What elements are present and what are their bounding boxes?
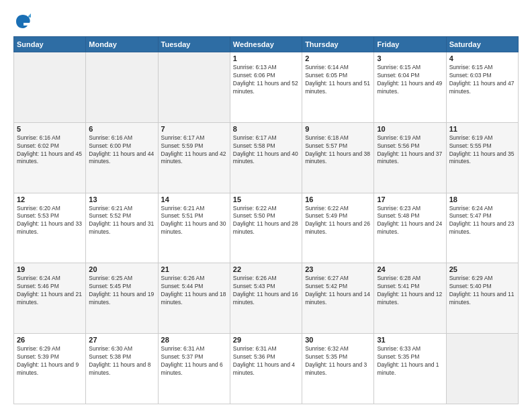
day-number: 5	[17, 125, 83, 133]
calendar-cell: 22Sunrise: 6:26 AM Sunset: 5:43 PM Dayli…	[230, 263, 302, 334]
calendar-header-row: SundayMondayTuesdayWednesdayThursdayFrid…	[14, 37, 519, 52]
calendar-cell: 31Sunrise: 6:33 AM Sunset: 5:35 PM Dayli…	[374, 334, 446, 404]
calendar-header-wednesday: Wednesday	[230, 37, 302, 52]
day-number: 25	[449, 265, 515, 273]
day-number: 21	[161, 265, 227, 273]
day-number: 29	[233, 336, 299, 344]
day-number: 22	[233, 265, 299, 273]
day-info: Sunrise: 6:26 AM Sunset: 5:44 PM Dayligh…	[161, 275, 227, 307]
calendar-cell: 4Sunrise: 6:15 AM Sunset: 6:03 PM Daylig…	[446, 52, 518, 123]
day-info: Sunrise: 6:22 AM Sunset: 5:49 PM Dayligh…	[305, 205, 371, 237]
calendar-cell	[14, 52, 86, 123]
calendar-header-thursday: Thursday	[302, 37, 374, 52]
day-info: Sunrise: 6:16 AM Sunset: 6:02 PM Dayligh…	[17, 134, 83, 167]
calendar-cell: 2Sunrise: 6:14 AM Sunset: 6:05 PM Daylig…	[302, 52, 374, 123]
calendar-week-4: 19Sunrise: 6:24 AM Sunset: 5:46 PM Dayli…	[14, 263, 519, 334]
day-info: Sunrise: 6:28 AM Sunset: 5:41 PM Dayligh…	[377, 275, 443, 307]
calendar-cell	[446, 334, 518, 404]
calendar-cell: 15Sunrise: 6:22 AM Sunset: 5:50 PM Dayli…	[230, 193, 302, 263]
day-info: Sunrise: 6:15 AM Sunset: 6:03 PM Dayligh…	[449, 64, 515, 96]
day-info: Sunrise: 6:29 AM Sunset: 5:39 PM Dayligh…	[17, 345, 83, 377]
day-number: 20	[89, 265, 154, 273]
calendar-cell: 29Sunrise: 6:31 AM Sunset: 5:36 PM Dayli…	[230, 334, 302, 404]
calendar-table: SundayMondayTuesdayWednesdayThursdayFrid…	[13, 36, 519, 404]
day-info: Sunrise: 6:27 AM Sunset: 5:42 PM Dayligh…	[305, 275, 371, 307]
calendar-cell: 20Sunrise: 6:25 AM Sunset: 5:45 PM Dayli…	[86, 263, 158, 334]
day-info: Sunrise: 6:26 AM Sunset: 5:43 PM Dayligh…	[233, 275, 299, 307]
calendar-cell	[158, 52, 230, 123]
calendar-header-sunday: Sunday	[14, 37, 86, 52]
calendar-week-5: 26Sunrise: 6:29 AM Sunset: 5:39 PM Dayli…	[14, 334, 519, 404]
day-info: Sunrise: 6:31 AM Sunset: 5:36 PM Dayligh…	[233, 345, 299, 377]
calendar-cell: 14Sunrise: 6:21 AM Sunset: 5:51 PM Dayli…	[158, 193, 230, 263]
day-info: Sunrise: 6:17 AM Sunset: 5:59 PM Dayligh…	[161, 134, 227, 167]
day-number: 16	[305, 195, 371, 203]
calendar-cell: 23Sunrise: 6:27 AM Sunset: 5:42 PM Dayli…	[302, 263, 374, 334]
calendar-cell: 25Sunrise: 6:29 AM Sunset: 5:40 PM Dayli…	[446, 263, 518, 334]
calendar-week-3: 12Sunrise: 6:20 AM Sunset: 5:53 PM Dayli…	[14, 193, 519, 263]
day-number: 12	[17, 195, 83, 203]
day-info: Sunrise: 6:31 AM Sunset: 5:37 PM Dayligh…	[161, 345, 227, 377]
day-info: Sunrise: 6:21 AM Sunset: 5:51 PM Dayligh…	[161, 205, 227, 237]
calendar-cell: 30Sunrise: 6:32 AM Sunset: 5:35 PM Dayli…	[302, 334, 374, 404]
day-number: 26	[17, 336, 83, 344]
calendar-header-monday: Monday	[86, 37, 158, 52]
calendar-cell: 24Sunrise: 6:28 AM Sunset: 5:41 PM Dayli…	[374, 263, 446, 334]
calendar-cell: 19Sunrise: 6:24 AM Sunset: 5:46 PM Dayli…	[14, 263, 86, 334]
day-number: 31	[377, 336, 443, 344]
calendar-header-saturday: Saturday	[446, 37, 518, 52]
calendar-cell: 5Sunrise: 6:16 AM Sunset: 6:02 PM Daylig…	[14, 122, 86, 193]
day-number: 24	[377, 265, 443, 273]
day-info: Sunrise: 6:21 AM Sunset: 5:52 PM Dayligh…	[89, 205, 154, 237]
logo-icon	[13, 12, 32, 31]
calendar-cell: 27Sunrise: 6:30 AM Sunset: 5:38 PM Dayli…	[86, 334, 158, 404]
day-number: 1	[233, 54, 299, 62]
day-number: 27	[89, 336, 154, 344]
day-info: Sunrise: 6:19 AM Sunset: 5:56 PM Dayligh…	[377, 134, 443, 167]
day-info: Sunrise: 6:29 AM Sunset: 5:40 PM Dayligh…	[449, 275, 515, 307]
page: SundayMondayTuesdayWednesdayThursdayFrid…	[0, 0, 532, 411]
day-number: 18	[449, 195, 515, 203]
calendar-cell: 6Sunrise: 6:16 AM Sunset: 6:00 PM Daylig…	[86, 122, 158, 193]
day-number: 11	[449, 125, 515, 133]
day-info: Sunrise: 6:20 AM Sunset: 5:53 PM Dayligh…	[17, 205, 83, 237]
day-number: 6	[89, 125, 154, 133]
day-info: Sunrise: 6:24 AM Sunset: 5:47 PM Dayligh…	[449, 205, 515, 237]
calendar-cell: 3Sunrise: 6:15 AM Sunset: 6:04 PM Daylig…	[374, 52, 446, 123]
calendar-week-1: 1Sunrise: 6:13 AM Sunset: 6:06 PM Daylig…	[14, 52, 519, 123]
day-number: 14	[161, 195, 227, 203]
day-info: Sunrise: 6:33 AM Sunset: 5:35 PM Dayligh…	[377, 345, 443, 377]
calendar-header-friday: Friday	[374, 37, 446, 52]
day-number: 17	[377, 195, 443, 203]
calendar-cell: 26Sunrise: 6:29 AM Sunset: 5:39 PM Dayli…	[14, 334, 86, 404]
day-info: Sunrise: 6:32 AM Sunset: 5:35 PM Dayligh…	[305, 345, 371, 377]
calendar-cell: 11Sunrise: 6:19 AM Sunset: 5:55 PM Dayli…	[446, 122, 518, 193]
day-info: Sunrise: 6:13 AM Sunset: 6:06 PM Dayligh…	[233, 64, 299, 96]
day-info: Sunrise: 6:16 AM Sunset: 6:00 PM Dayligh…	[89, 134, 154, 167]
day-number: 3	[377, 54, 443, 62]
logo	[13, 12, 35, 31]
calendar-week-2: 5Sunrise: 6:16 AM Sunset: 6:02 PM Daylig…	[14, 122, 519, 193]
calendar-cell: 16Sunrise: 6:22 AM Sunset: 5:49 PM Dayli…	[302, 193, 374, 263]
day-number: 2	[305, 54, 371, 62]
calendar-cell: 17Sunrise: 6:23 AM Sunset: 5:48 PM Dayli…	[374, 193, 446, 263]
day-number: 4	[449, 54, 515, 62]
calendar-cell: 21Sunrise: 6:26 AM Sunset: 5:44 PM Dayli…	[158, 263, 230, 334]
day-number: 30	[305, 336, 371, 344]
calendar-cell: 28Sunrise: 6:31 AM Sunset: 5:37 PM Dayli…	[158, 334, 230, 404]
day-info: Sunrise: 6:25 AM Sunset: 5:45 PM Dayligh…	[89, 275, 154, 307]
calendar-cell: 1Sunrise: 6:13 AM Sunset: 6:06 PM Daylig…	[230, 52, 302, 123]
day-number: 7	[161, 125, 227, 133]
day-info: Sunrise: 6:17 AM Sunset: 5:58 PM Dayligh…	[233, 134, 299, 167]
day-info: Sunrise: 6:15 AM Sunset: 6:04 PM Dayligh…	[377, 64, 443, 96]
day-number: 10	[377, 125, 443, 133]
day-number: 15	[233, 195, 299, 203]
header	[13, 12, 519, 31]
calendar-cell: 10Sunrise: 6:19 AM Sunset: 5:56 PM Dayli…	[374, 122, 446, 193]
day-info: Sunrise: 6:14 AM Sunset: 6:05 PM Dayligh…	[305, 64, 371, 96]
calendar-cell: 12Sunrise: 6:20 AM Sunset: 5:53 PM Dayli…	[14, 193, 86, 263]
calendar-cell: 8Sunrise: 6:17 AM Sunset: 5:58 PM Daylig…	[230, 122, 302, 193]
calendar-cell	[86, 52, 158, 123]
calendar-cell: 13Sunrise: 6:21 AM Sunset: 5:52 PM Dayli…	[86, 193, 158, 263]
day-number: 13	[89, 195, 154, 203]
